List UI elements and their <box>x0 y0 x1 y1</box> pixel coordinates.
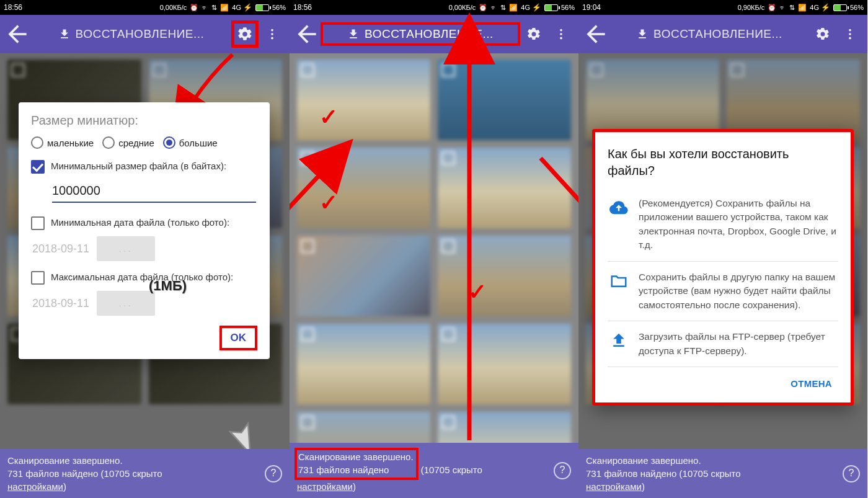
dialog-title: Размер миниатюр: <box>31 113 257 128</box>
ok-button[interactable]: OK <box>219 326 258 350</box>
screenshot-1: 18:56 0,00КБ/с ⏰ ᯤ ⇅ 📶 4G ⚡ 56% ВОССТАНО… <box>0 0 290 498</box>
signal-icon: 📶 <box>509 4 518 12</box>
status-bar: 18:56 0,00КБ/с ⏰ ᯤ ⇅ 📶 4G ⚡ 56% <box>0 0 290 15</box>
overflow-button[interactable] <box>259 20 286 48</box>
svg-point-7 <box>849 33 851 35</box>
scan-result: 731 файлов найдено (10705 скрыто <box>586 467 843 480</box>
photo-thumb[interactable] <box>297 236 430 316</box>
status-footer: Сканирование завершено. 731 файлов найде… <box>0 449 290 498</box>
thumbnail-size-group: маленькие средние большие <box>31 136 257 149</box>
checkbox-icon <box>31 160 45 174</box>
dialog-actions: ОТМЕНА <box>608 367 838 399</box>
option-save-app[interactable]: (Рекомендуется) Сохранить файлы на прило… <box>608 188 838 262</box>
settings-button[interactable] <box>809 20 836 48</box>
signal-label: 4G <box>810 4 819 11</box>
svg-point-5 <box>560 37 562 40</box>
photo-thumb[interactable] <box>727 60 860 140</box>
back-button[interactable] <box>582 20 609 48</box>
option-ftp[interactable]: Загрузить файлы на FTP-сервер (требует д… <box>608 321 838 367</box>
wifi-icon: ᯤ <box>202 4 208 11</box>
battery-percent: 56% <box>561 4 575 11</box>
cloud-upload-icon <box>608 197 630 252</box>
signal-label: 4G <box>232 4 241 11</box>
max-date-value: 2018-09-11 <box>32 297 89 310</box>
settings-button[interactable] <box>520 20 547 48</box>
photo-thumb[interactable] <box>438 60 571 140</box>
scan-status: Сканирование завершено. <box>586 454 843 467</box>
max-date-picker-button[interactable]: ... <box>97 291 155 316</box>
size-annotation: (1МБ) <box>149 278 187 294</box>
files-found: 731 файлов найдено <box>298 465 389 475</box>
status-time: 19:04 <box>582 3 601 12</box>
photo-thumb[interactable] <box>297 324 430 404</box>
help-button[interactable]: ? <box>554 462 571 479</box>
net-speed: 0,90КБ/с <box>738 4 765 11</box>
status-time: 18:56 <box>4 3 22 12</box>
option-save-folder[interactable]: Сохранить файлы в другую папку на вашем … <box>608 262 838 321</box>
min-date-picker-button[interactable]: ... <box>97 236 155 261</box>
max-date-checkbox[interactable]: Максимальная дата файла (только фото): <box>31 271 257 285</box>
app-title: ВОССТАНОВЛЕНИЕ... <box>76 27 205 41</box>
alarm-icon: ⏰ <box>768 4 776 12</box>
svg-point-6 <box>849 29 851 32</box>
app-title: ВОССТАНОВЛЕНИЕ... <box>365 27 494 41</box>
svg-point-2 <box>271 37 273 40</box>
overflow-button[interactable] <box>547 20 575 48</box>
back-button[interactable] <box>293 20 321 48</box>
photo-thumb[interactable] <box>297 148 430 228</box>
cancel-button[interactable]: ОТМЕНА <box>787 373 836 394</box>
photo-thumb[interactable] <box>438 148 571 228</box>
app-title-group[interactable]: ВОССТАНОВЛЕНИЕ... <box>609 27 809 41</box>
min-date-row: 2018-09-11 ... <box>32 236 257 261</box>
wifi-icon: ᯤ <box>779 4 786 11</box>
min-size-input[interactable] <box>52 181 256 203</box>
signal-icon: 📶 <box>798 4 807 12</box>
help-button[interactable]: ? <box>843 465 860 482</box>
max-date-row: 2018-09-11 ... <box>32 291 257 316</box>
app-title: ВОССТАНОВЛЕНИЕ... <box>653 27 782 41</box>
min-size-checkbox[interactable]: Минимальный размер файла (в байтах): <box>31 160 257 174</box>
app-bar: ВОССТАНОВЛЕНИЕ... <box>290 15 578 53</box>
back-button[interactable] <box>4 20 31 48</box>
settings-button[interactable] <box>231 20 259 48</box>
photo-thumb[interactable] <box>438 236 571 316</box>
app-title-group[interactable]: ВОССТАНОВЛЕНИЕ... <box>31 27 231 41</box>
dialog-actions: OK <box>31 326 257 350</box>
sync-icon: ⇅ <box>789 4 795 12</box>
min-date-value: 2018-09-11 <box>32 242 89 256</box>
status-right: 0,00КБ/с ⏰ ᯤ ⇅ 📶 4G ⚡ 56% <box>449 3 575 12</box>
radio-small[interactable]: маленькие <box>31 136 94 149</box>
app-bar: ВОССТАНОВЛЕНИЕ... <box>578 15 867 53</box>
status-footer: Сканирование завершено. 731 файлов найде… <box>290 443 578 498</box>
settings-dialog: Размер миниатюр: маленькие средние больш… <box>19 102 270 359</box>
option-text: (Рекомендуется) Сохранить файлы на прило… <box>639 197 838 252</box>
min-date-label: Минимальная дата файла (только фото): <box>51 216 229 229</box>
charge-icon: ⚡ <box>532 3 541 12</box>
net-speed: 0,00КБ/с <box>449 4 476 11</box>
radio-large[interactable]: большие <box>163 136 218 149</box>
radio-medium[interactable]: средние <box>102 136 154 149</box>
alarm-icon: ⏰ <box>190 4 198 12</box>
scan-settings-link[interactable]: настройками) <box>297 480 554 493</box>
status-bar: 18:56 0,00КБ/с ⏰ ᯤ ⇅ 📶 4G ⚡ 56% <box>290 0 578 15</box>
status-right: 0,90КБ/с ⏰ ᯤ ⇅ 📶 4G ⚡ 56% <box>738 3 864 12</box>
svg-point-1 <box>271 33 273 35</box>
svg-point-0 <box>271 29 273 32</box>
scan-result: 731 файлов найдено (10705 скрыто <box>7 467 265 480</box>
status-time: 18:56 <box>293 3 312 12</box>
help-button[interactable]: ? <box>265 465 282 482</box>
svg-point-8 <box>849 37 851 40</box>
scan-settings-link[interactable]: настройками) <box>7 480 265 493</box>
app-title-group[interactable]: ВОССТАНОВЛЕНИЕ... <box>321 22 520 46</box>
svg-point-4 <box>560 33 562 35</box>
photo-thumb[interactable] <box>297 60 430 140</box>
checkbox-icon <box>31 271 45 285</box>
signal-icon: 📶 <box>220 4 229 12</box>
min-date-checkbox[interactable]: Минимальная дата файла (только фото): <box>31 216 257 230</box>
photo-thumb[interactable] <box>586 60 719 140</box>
screenshot-3: 19:04 0,90КБ/с ⏰ ᯤ ⇅ 📶 4G ⚡ 56% ВОССТАНО… <box>578 0 867 498</box>
scan-settings-link[interactable]: настройками) <box>586 480 843 493</box>
download-icon <box>636 28 649 40</box>
photo-thumb[interactable] <box>438 324 571 404</box>
overflow-button[interactable] <box>836 20 864 48</box>
